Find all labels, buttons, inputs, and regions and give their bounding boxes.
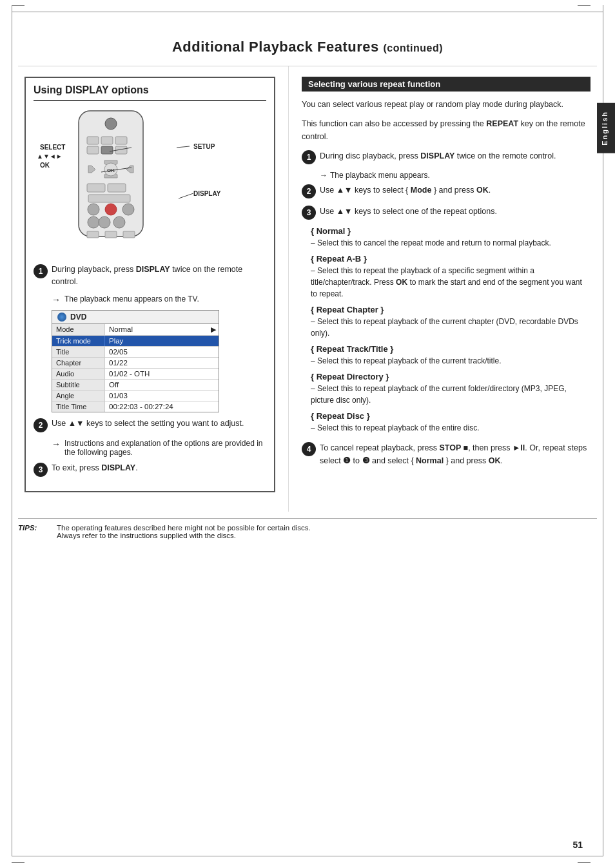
right-section-header: Selecting various repeat function [302, 77, 591, 92]
repeat-options-list: { Normal } – Select this to cancel the r… [311, 226, 591, 434]
svg-line-31 [177, 146, 190, 148]
display-options-section: Using DISPLAY options [24, 77, 275, 492]
step-3-text: To exit, press DISPLAY. [52, 462, 138, 474]
step-number-1: 1 [34, 264, 48, 278]
right-step-num-1: 1 [302, 150, 316, 164]
svg-text:DISPLAY: DISPLAY [193, 190, 221, 197]
step-number-2: 2 [34, 418, 48, 432]
right-step-3: 3 Use ▲▼ keys to select one of the repea… [302, 205, 591, 220]
dvd-row-angle: Angle 01/03 [52, 391, 219, 401]
svg-text:▲▼◄►: ▲▼◄► [37, 153, 63, 160]
tips-text: The operating features described here mi… [57, 524, 311, 539]
right-step-4-text: To cancel repeat playback, press STOP ■,… [320, 441, 591, 467]
right-step-2-text: Use ▲▼ keys to select { Mode } and press… [320, 184, 491, 197]
intro-text-1: You can select various repeat play or ra… [302, 98, 591, 111]
dvd-row-mode: Mode Normal ▶ [52, 324, 219, 336]
remote-labels-svg: SELECT ▲▼◄► OK SETUP DISPLAY [34, 108, 266, 256]
page-number: 51 [572, 840, 583, 850]
dvd-row-title: Title 02/05 [52, 347, 219, 358]
svg-text:SELECT: SELECT [40, 144, 65, 151]
tips-bar: TIPS: The operating features described h… [18, 518, 597, 539]
option-repeat-disc: { Repeat Disc } – Select this to repeat … [311, 411, 591, 434]
step-1-note: → The playback menu appears on the TV. [52, 294, 266, 305]
svg-line-29 [101, 168, 132, 172]
right-step-num-3: 3 [302, 206, 316, 220]
right-column: Selecting various repeat function You ca… [289, 66, 597, 512]
dvd-row-trick: Trick mode Play [52, 336, 219, 347]
step-number-3: 3 [34, 463, 48, 477]
remote-illustration: OK [34, 108, 266, 256]
page-header: Additional Playback Features (continued) [18, 18, 597, 66]
dvd-row-subtitle: Subtitle Off [52, 380, 219, 391]
option-repeat-directory: { Repeat Directory } – Select this to re… [311, 372, 591, 406]
left-step-1: 1 During playback, press DISPLAY twice o… [34, 264, 266, 288]
right-step-1-note: →The playback menu appears. [320, 171, 591, 180]
svg-line-33 [179, 193, 193, 198]
language-tab: English [597, 103, 615, 153]
right-step-3-text: Use ▲▼ keys to select one of the repeat … [320, 205, 497, 218]
intro-text-2: This function can also be accessed by pr… [302, 117, 591, 143]
dvd-menu-table: DVD Mode Normal ▶ Trick mode Play Title … [52, 310, 219, 412]
option-normal: { Normal } – Select this to cancel the r… [311, 226, 591, 249]
step-1-text: During playback, press DISPLAY twice on … [52, 264, 266, 288]
right-step-4: 4 To cancel repeat playback, press STOP … [302, 441, 591, 467]
step-2-text: Use ▲▼ keys to select the setting you wa… [52, 418, 244, 430]
dvd-row-chapter: Chapter 01/22 [52, 358, 219, 369]
svg-text:SETUP: SETUP [193, 143, 215, 150]
right-step-num-4: 4 [302, 442, 316, 456]
dvd-icon [57, 313, 66, 322]
left-step-3: 3 To exit, press DISPLAY. [34, 462, 266, 477]
svg-line-26 [110, 148, 132, 151]
right-step-1: 1 During disc playback, press DISPLAY tw… [302, 149, 591, 164]
left-column: Using DISPLAY options [18, 66, 289, 512]
section-title: Using DISPLAY options [34, 84, 266, 101]
svg-text:OK: OK [40, 162, 50, 169]
page-title: Additional Playback Features (continued) [37, 39, 578, 55]
right-step-1-text: During disc playback, press DISPLAY twic… [320, 149, 556, 162]
step-2-note: → Instructions and explanation of the op… [52, 439, 266, 457]
dvd-menu-header: DVD [52, 311, 219, 324]
dvd-row-titletime: Title Time 00:22:03 - 00:27:24 [52, 401, 219, 412]
tips-label: TIPS: [18, 524, 50, 539]
right-step-2: 2 Use ▲▼ keys to select { Mode } and pre… [302, 184, 591, 198]
option-repeat-ab: { Repeat A-B } – Select this to repeat t… [311, 254, 591, 300]
option-repeat-track: { Repeat Track/Title } – Select this to … [311, 344, 591, 367]
left-step-2: 2 Use ▲▼ keys to select the setting you … [34, 418, 266, 432]
option-repeat-chapter: { Repeat Chapter } – Select this to repe… [311, 305, 591, 339]
dvd-row-audio: Audio 01/02 - OTH [52, 369, 219, 380]
right-step-num-2: 2 [302, 184, 316, 198]
